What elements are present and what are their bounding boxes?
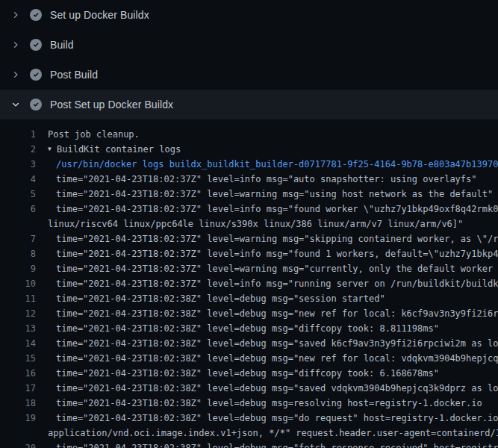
- log-line: 15 time="2021-04-23T18:02:38Z" level=deb…: [0, 351, 498, 366]
- log-line-text: time="2021-04-23T18:02:37Z" level=warnin…: [56, 261, 498, 276]
- chevron-right-icon: [11, 70, 20, 79]
- log-line: 11 time="2021-04-23T18:02:38Z" level=deb…: [0, 291, 498, 306]
- log-line-text: time="2021-04-23T18:02:38Z" level=debug …: [56, 411, 498, 426]
- log-line-number[interactable]: 16: [0, 366, 36, 381]
- log-line: 6 time="2021-04-23T18:02:37Z" level=info…: [0, 202, 498, 217]
- log-line-number[interactable]: 18: [0, 396, 36, 411]
- log-line-text: time="2021-04-23T18:02:38Z" level=debug …: [56, 366, 439, 381]
- log-line-number[interactable]: 20: [0, 441, 36, 448]
- step-header-post-build[interactable]: Post Build: [0, 60, 498, 90]
- log-line-text: time="2021-04-23T18:02:38Z" level=debug …: [56, 351, 498, 366]
- log-line: 18 time="2021-04-23T18:02:38Z" level=deb…: [0, 396, 498, 411]
- log-line-text: time="2021-04-23T18:02:37Z" level=warnin…: [56, 187, 493, 202]
- step-title: Post Set up Docker Buildx: [50, 99, 173, 111]
- log-line-number[interactable]: 17: [0, 381, 36, 396]
- chevron-down-icon: [11, 100, 20, 109]
- log-line: 14 time="2021-04-23T18:02:38Z" level=deb…: [0, 336, 498, 351]
- log-line: 12 time="2021-04-23T18:02:38Z" level=deb…: [0, 306, 498, 321]
- log-line-number[interactable]: 8: [0, 246, 36, 261]
- log-line-text: time="2021-04-23T18:02:38Z" level=debug …: [56, 396, 482, 411]
- log-line-number[interactable]: 19: [0, 411, 36, 426]
- check-circle-icon: [30, 69, 42, 81]
- log-line-text: time="2021-04-23T18:02:38Z" level=debug …: [56, 291, 385, 306]
- step-header-build[interactable]: Build: [0, 30, 498, 60]
- log-line-number[interactable]: 12: [0, 306, 36, 321]
- log-line: application/vnd.oci.image.index.v1+json,…: [0, 426, 498, 441]
- log-line-text: time="2021-04-23T18:02:38Z" level=debug …: [56, 441, 498, 448]
- log-line: 4 time="2021-04-23T18:02:37Z" level=info…: [0, 172, 498, 187]
- chevron-right-icon: [11, 10, 20, 19]
- chevron-right-icon: [11, 40, 20, 49]
- step-title: Build: [50, 39, 74, 51]
- log-line: 1 Post job cleanup.: [0, 127, 498, 142]
- log-line-number[interactable]: [0, 426, 36, 441]
- log-line-text: time="2021-04-23T18:02:38Z" level=debug …: [56, 336, 498, 351]
- step-title: Post Build: [50, 69, 98, 81]
- log-line: 5 time="2021-04-23T18:02:37Z" level=warn…: [0, 187, 498, 202]
- log-line: linux/riscv64 linux/ppc64le linux/s390x …: [0, 217, 498, 231]
- log-line-number[interactable]: 1: [0, 127, 36, 142]
- step-title: Set up Docker Buildx: [50, 9, 149, 21]
- log-line-text[interactable]: /usr/bin/docker logs buildx_buildkit_bui…: [56, 157, 498, 172]
- log-line-text: Post job cleanup.: [48, 127, 140, 142]
- log-line-text: time="2021-04-23T18:02:37Z" level=info m…: [56, 276, 498, 291]
- log-line-number[interactable]: 14: [0, 336, 36, 351]
- log-line-number[interactable]: 2: [0, 142, 36, 157]
- steps-list: Set up Docker Buildx Build Post Build Po…: [0, 0, 498, 119]
- log-line-command: 3 /usr/bin/docker logs buildx_buildkit_b…: [0, 157, 498, 172]
- log-line: 9 time="2021-04-23T18:02:37Z" level=warn…: [0, 261, 498, 276]
- log-line-number[interactable]: 9: [0, 261, 36, 276]
- log-line-text: time="2021-04-23T18:02:38Z" level=debug …: [56, 321, 439, 336]
- log-line-number[interactable]: 13: [0, 321, 36, 336]
- log-line: 19 time="2021-04-23T18:02:38Z" level=deb…: [0, 411, 498, 426]
- log-line-text: time="2021-04-23T18:02:37Z" level=info m…: [56, 246, 498, 261]
- log-line-text: BuildKit container logs: [57, 142, 181, 157]
- log-line: 8 time="2021-04-23T18:02:37Z" level=info…: [0, 246, 498, 261]
- log-line: 20 time="2021-04-23T18:02:38Z" level=deb…: [0, 441, 498, 448]
- log-line-text: application/vnd.oci.image.index.v1+json,…: [48, 426, 498, 441]
- log-line-text: time="2021-04-23T18:02:38Z" level=debug …: [56, 381, 498, 396]
- log-line-text: time="2021-04-23T18:02:37Z" level=info m…: [56, 172, 477, 187]
- log-line-text: time="2021-04-23T18:02:37Z" level=info m…: [56, 202, 498, 217]
- group-toggle-icon[interactable]: ▼: [48, 142, 57, 157]
- log-line-number[interactable]: [0, 217, 36, 231]
- log-line: 13 time="2021-04-23T18:02:38Z" level=deb…: [0, 321, 498, 336]
- step-header-set-up-docker-buildx[interactable]: Set up Docker Buildx: [0, 0, 498, 30]
- log-line-number[interactable]: 10: [0, 276, 36, 291]
- log-line-text: time="2021-04-23T18:02:38Z" level=debug …: [56, 306, 498, 321]
- log-line: 7 time="2021-04-23T18:02:37Z" level=warn…: [0, 231, 498, 246]
- log-line: 16 time="2021-04-23T18:02:38Z" level=deb…: [0, 366, 498, 381]
- log-line: 17 time="2021-04-23T18:02:38Z" level=deb…: [0, 381, 498, 396]
- check-circle-icon: [30, 9, 42, 21]
- log-line-number[interactable]: 4: [0, 172, 36, 187]
- log-line-number[interactable]: 6: [0, 202, 36, 217]
- log-line-number[interactable]: 11: [0, 291, 36, 306]
- log-line-number[interactable]: 3: [0, 157, 36, 172]
- check-circle-icon: [30, 99, 42, 111]
- log-line-number[interactable]: 15: [0, 351, 36, 366]
- log-line-number[interactable]: 7: [0, 231, 36, 246]
- step-header-post-set-up-docker-buildx[interactable]: Post Set up Docker Buildx: [0, 90, 498, 119]
- check-circle-icon: [30, 39, 42, 51]
- log-area: 1 Post job cleanup. 2 ▼BuildKit containe…: [0, 119, 498, 448]
- log-line-number[interactable]: 5: [0, 187, 36, 202]
- log-group-header[interactable]: 2 ▼BuildKit container logs: [0, 142, 498, 157]
- log-line-text: linux/riscv64 linux/ppc64le linux/s390x …: [48, 217, 463, 231]
- log-line: 10 time="2021-04-23T18:02:37Z" level=inf…: [0, 276, 498, 291]
- log-line-text: time="2021-04-23T18:02:37Z" level=warnin…: [56, 231, 498, 246]
